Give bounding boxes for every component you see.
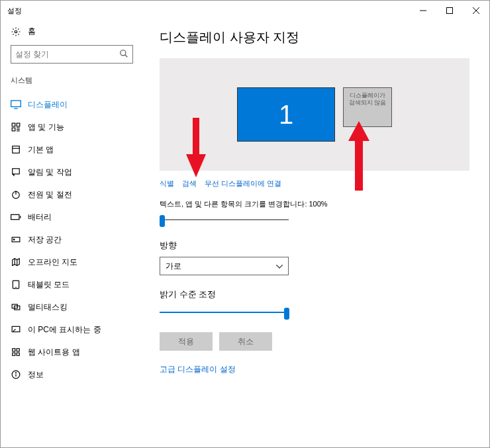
- page-title: 디스플레이 사용자 지정: [160, 28, 469, 46]
- svg-point-23: [13, 239, 15, 240]
- battery-icon: [11, 213, 21, 221]
- nav-label: 저장 공간: [28, 234, 62, 246]
- svg-rect-11: [12, 128, 15, 131]
- close-button[interactable]: [463, 1, 489, 21]
- maps-icon: [11, 257, 21, 267]
- nav-label: 태블릿 모드: [28, 279, 70, 291]
- nav-label: 정보: [28, 369, 44, 381]
- search-icon: [119, 49, 128, 60]
- svg-marker-39: [186, 154, 206, 177]
- svg-rect-41: [355, 138, 363, 191]
- connect-wireless-link[interactable]: 무선 디스플레이에 연결: [205, 179, 281, 189]
- apps-icon: [11, 122, 21, 132]
- multitasking-icon: [11, 302, 21, 312]
- nav-label: 배터리: [28, 212, 52, 223]
- home-label: 홈: [28, 26, 36, 37]
- home-link[interactable]: 홈: [11, 26, 133, 37]
- nav-item-tablet[interactable]: 태블릿 모드: [11, 273, 133, 296]
- search-input[interactable]: [15, 50, 119, 59]
- svg-rect-15: [13, 146, 20, 154]
- brightness-slider[interactable]: [160, 306, 289, 319]
- nav-item-default-apps[interactable]: 기본 앱: [11, 138, 133, 161]
- annotation-arrow-down: [186, 118, 206, 177]
- maximize-button[interactable]: [436, 1, 463, 21]
- minimize-button[interactable]: [410, 1, 436, 21]
- display-icon: [11, 100, 21, 109]
- display-links: 식별 검색 무선 디스플레이에 연결: [160, 179, 469, 189]
- apply-button[interactable]: 적용: [160, 332, 213, 351]
- nav-item-apps-for-websites[interactable]: 웹 사이트용 앱: [11, 341, 133, 363]
- svg-rect-10: [17, 123, 20, 126]
- svg-rect-31: [13, 349, 15, 351]
- svg-rect-1: [447, 8, 453, 14]
- cancel-button[interactable]: 취소: [219, 332, 272, 351]
- nav-item-apps[interactable]: 앱 및 기능: [11, 116, 133, 138]
- gear-icon: [11, 27, 21, 36]
- content: 디스플레이 사용자 지정 1 디스플레이가 검색되지 않음 식별 검색 무선 디…: [143, 21, 489, 447]
- info-icon: [11, 370, 21, 379]
- svg-point-4: [15, 30, 17, 33]
- nav-label: 웹 사이트용 앱: [28, 347, 80, 358]
- scaling-label: 텍스트, 앱 및 다른 항목의 크기를 변경합니다: 100%: [160, 199, 469, 209]
- display-1[interactable]: 1: [237, 87, 335, 142]
- orientation-select[interactable]: 가로: [160, 257, 289, 275]
- category-label: 시스템: [11, 75, 133, 85]
- website-apps-icon: [11, 347, 21, 357]
- nav-label: 앱 및 기능: [28, 122, 64, 133]
- nav-label: 기본 앱: [28, 144, 54, 156]
- storage-icon: [11, 235, 21, 244]
- svg-rect-7: [11, 101, 21, 107]
- nav-label: 멀티태스킹: [28, 302, 68, 313]
- svg-rect-17: [13, 169, 20, 174]
- window-title: 설정: [7, 6, 22, 16]
- nav-item-projecting[interactable]: 이 PC에 표시하는 중: [11, 318, 133, 341]
- scaling-slider[interactable]: [160, 213, 289, 226]
- nav-item-multitasking[interactable]: 멀티태스킹: [11, 296, 133, 318]
- nav-label: 이 PC에 표시하는 중: [28, 324, 101, 336]
- svg-rect-20: [11, 214, 19, 219]
- identify-link[interactable]: 식별: [160, 179, 174, 189]
- nav-item-storage[interactable]: 저장 공간: [11, 228, 133, 251]
- default-apps-icon: [11, 145, 21, 154]
- power-icon: [11, 190, 21, 199]
- titlebar: 설정: [1, 1, 489, 21]
- orientation-heading: 방향: [160, 240, 469, 251]
- display-arrangement[interactable]: 1 디스플레이가 검색되지 않음: [160, 58, 469, 171]
- nav-item-battery[interactable]: 배터리: [11, 206, 133, 228]
- detect-link[interactable]: 검색: [182, 179, 197, 189]
- window-controls: [410, 1, 489, 21]
- svg-rect-9: [12, 123, 15, 126]
- annotation-arrow-up: [348, 121, 369, 191]
- nav-label: 디스플레이: [28, 99, 68, 111]
- notifications-icon: [11, 167, 21, 177]
- nav-label: 알림 및 작업: [28, 167, 72, 178]
- tablet-icon: [11, 280, 21, 289]
- brightness-heading: 밝기 수준 조정: [160, 289, 469, 300]
- projecting-icon: [11, 325, 21, 334]
- nav-label: 오프라인 지도: [28, 257, 77, 268]
- nav-item-about[interactable]: 정보: [11, 363, 133, 386]
- search-box[interactable]: [11, 45, 133, 64]
- svg-rect-32: [17, 349, 19, 351]
- nav-item-display[interactable]: 디스플레이: [11, 93, 133, 116]
- nav-item-notifications[interactable]: 알림 및 작업: [11, 161, 133, 183]
- sidebar: 홈 시스템 디스플레이 앱 및 기능 기본 앱 알림 및 작업 전원 및 절전: [1, 21, 143, 447]
- button-row: 적용 취소: [160, 332, 469, 351]
- nav-item-power[interactable]: 전원 및 절전: [11, 183, 133, 206]
- svg-rect-38: [193, 118, 199, 157]
- svg-point-37: [16, 373, 17, 373]
- advanced-display-link[interactable]: 고급 디스플레이 설정: [160, 365, 236, 374]
- svg-point-5: [121, 50, 126, 55]
- svg-rect-34: [17, 353, 19, 355]
- svg-rect-33: [13, 353, 15, 355]
- svg-line-6: [125, 54, 128, 57]
- orientation-value: 가로: [166, 261, 181, 272]
- nav-label: 전원 및 절전: [28, 189, 72, 201]
- chevron-down-icon: [276, 261, 283, 271]
- nav-item-offline-maps[interactable]: 오프라인 지도: [11, 251, 133, 273]
